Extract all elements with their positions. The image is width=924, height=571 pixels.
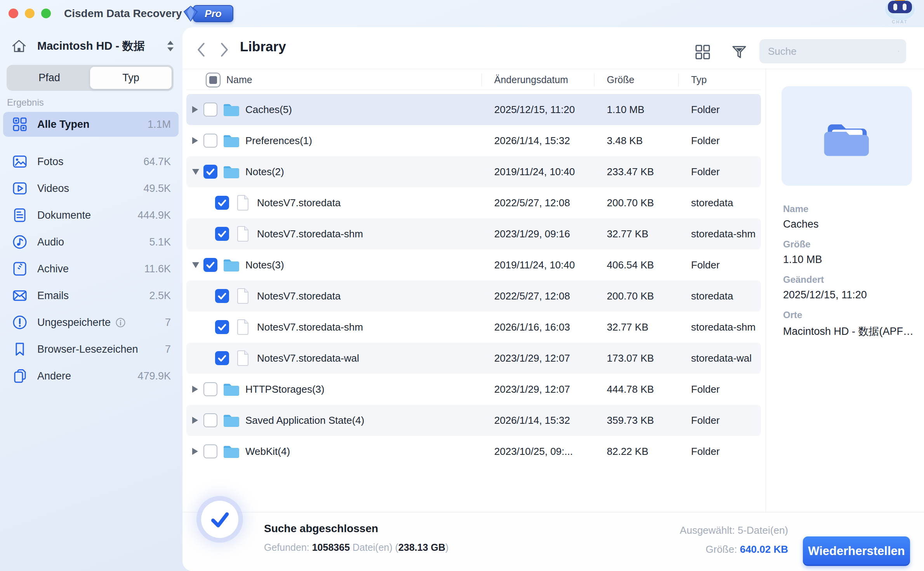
table-row[interactable]: Caches(5)2025/12/15, 11:201.10 MBFolder xyxy=(186,94,761,125)
table-row[interactable]: NotesV7.storedata-shm2023/1/29, 09:1632.… xyxy=(186,218,761,249)
file-name: Saved Application State(4) xyxy=(245,414,364,427)
row-checkbox[interactable] xyxy=(203,444,217,458)
row-checkbox[interactable] xyxy=(203,165,217,179)
row-checkbox[interactable] xyxy=(203,258,217,272)
table-row[interactable]: WebKit(4)2023/10/25, 09:...82.22 KBFolde… xyxy=(186,436,761,467)
file-date: 2023/10/25, 09:... xyxy=(481,446,594,458)
search-icon[interactable] xyxy=(898,44,899,58)
back-button[interactable] xyxy=(193,41,209,58)
row-checkbox[interactable] xyxy=(203,413,217,427)
disclosure-collapsed-icon[interactable] xyxy=(192,106,198,113)
sidebar-item-count: 7 xyxy=(165,343,171,355)
info-icon[interactable] xyxy=(115,317,126,328)
file-date: 2019/11/24, 10:40 xyxy=(481,259,594,271)
grid-view-icon[interactable] xyxy=(694,44,711,61)
tab-typ[interactable]: Typ xyxy=(90,67,172,89)
sidebar-item-label: Andere xyxy=(37,370,71,382)
file-size: 359.73 KB xyxy=(594,414,678,427)
detail-field-ge-ndert: Geändert2025/12/15, 11:20 xyxy=(783,274,916,301)
detail-label: Name xyxy=(783,204,916,214)
detail-field-gr-e: Größe1.10 MB xyxy=(783,239,916,266)
file-size: 233.47 KB xyxy=(594,166,678,178)
column-header-date[interactable]: Änderungsdatum xyxy=(481,70,594,90)
file-name: NotesV7.storedata-wal xyxy=(257,352,359,364)
file-name: Notes(3) xyxy=(245,259,284,271)
column-header-name[interactable]: Name xyxy=(226,74,252,85)
title-bar: Cisdem Data Recovery Pro CHAT xyxy=(0,0,924,27)
row-checkbox[interactable] xyxy=(215,289,229,303)
filter-icon[interactable] xyxy=(731,44,748,61)
zoom-window-button[interactable] xyxy=(41,9,51,18)
audio-icon xyxy=(12,234,28,250)
file-icon xyxy=(234,194,252,211)
disclosure-collapsed-icon[interactable] xyxy=(192,448,198,455)
sidebar-item-achive[interactable]: Achive11.6K xyxy=(3,256,179,281)
gem-icon xyxy=(182,5,199,22)
row-checkbox[interactable] xyxy=(203,382,217,396)
disclosure-collapsed-icon[interactable] xyxy=(192,137,198,144)
recover-button[interactable]: Wiederherstellen xyxy=(803,536,910,566)
table-row[interactable]: NotesV7.storedata2022/5/27, 12:08200.70 … xyxy=(186,280,761,312)
file-size: 3.48 KB xyxy=(594,135,678,147)
sidebar-item-count: 1.1M xyxy=(148,118,171,131)
disclosure-expanded-icon[interactable] xyxy=(192,169,199,175)
row-checkbox[interactable] xyxy=(215,351,229,365)
table-row[interactable]: NotesV7.storedata2022/5/27, 12:08200.70 … xyxy=(186,187,761,218)
sidebar-item-videos[interactable]: Videos49.5K xyxy=(3,176,179,201)
row-checkbox[interactable] xyxy=(203,134,217,148)
file-name: Caches(5) xyxy=(245,104,292,116)
volume-selector[interactable]: Macintosh HD - 数据 xyxy=(11,37,175,56)
sidebar-item-andere[interactable]: Andere479.9K xyxy=(3,364,179,388)
table-row[interactable]: Notes(3)2019/11/24, 10:40406.54 KBFolder xyxy=(186,249,761,280)
close-window-button[interactable] xyxy=(9,9,18,18)
sidebar-item-fotos[interactable]: Fotos64.7K xyxy=(3,149,179,174)
sidebar-item-audio[interactable]: Audio5.1K xyxy=(3,230,179,254)
disclosure-expanded-icon[interactable] xyxy=(192,262,199,268)
sidebar-item-browser-lesezeichen[interactable]: Browser-Lesezeichen7 xyxy=(3,337,179,362)
folder-icon xyxy=(222,412,240,429)
sidebar-item-emails[interactable]: Emails2.5K xyxy=(3,283,179,308)
file-icon xyxy=(234,319,252,336)
row-checkbox[interactable] xyxy=(215,227,229,241)
table-row[interactable]: HTTPStorages(3)2023/1/29, 12:07444.78 KB… xyxy=(186,374,761,405)
sidebar-item-count: 11.6K xyxy=(144,263,171,275)
pages-icon xyxy=(12,368,28,384)
forward-button[interactable] xyxy=(217,41,232,58)
select-all-checkbox[interactable] xyxy=(206,73,221,87)
sidebar-item-label: Browser-Lesezeichen xyxy=(37,343,138,355)
file-date: 2026/1/16, 16:03 xyxy=(481,321,594,333)
file-size: 444.78 KB xyxy=(594,383,678,395)
photo-icon xyxy=(12,153,28,170)
column-header-size[interactable]: Größe xyxy=(594,70,678,90)
sidebar-item-count: 479.9K xyxy=(137,370,171,382)
disclosure-collapsed-icon[interactable] xyxy=(192,417,198,424)
sidebar: Macintosh HD - 数据 Pfad Typ Ergebnis Alle… xyxy=(0,27,182,571)
table-row[interactable]: NotesV7.storedata-shm2026/1/16, 16:0332.… xyxy=(186,312,761,343)
table-row[interactable]: Saved Application State(4)2026/1/14, 15:… xyxy=(186,405,761,436)
archive-icon xyxy=(12,261,28,277)
sidebar-item-alle-typen[interactable]: Alle Typen1.1M xyxy=(3,112,179,137)
sort-arrows-icon[interactable] xyxy=(166,40,175,53)
disclosure-collapsed-icon[interactable] xyxy=(192,386,198,393)
search-input[interactable] xyxy=(768,45,898,57)
table-header: Name Änderungsdatum Größe Typ xyxy=(186,70,761,90)
search-complete-check-icon xyxy=(201,501,238,538)
row-checkbox[interactable] xyxy=(215,196,229,210)
table-row[interactable]: NotesV7.storedata-wal2023/1/29, 12:07173… xyxy=(186,343,761,374)
row-checkbox[interactable] xyxy=(203,103,217,117)
main-panel: Library Name Änderungsdatum Größe Typ xyxy=(182,27,924,571)
detail-value: Caches xyxy=(783,218,916,230)
row-checkbox[interactable] xyxy=(215,320,229,334)
tab-pfad[interactable]: Pfad xyxy=(9,67,90,89)
table-row[interactable]: Preferences(1)2026/1/14, 15:323.48 KBFol… xyxy=(186,125,761,156)
status-found: Gefunden: 1058365 Datei(en) (238.13 GB) xyxy=(264,542,448,553)
sidebar-item-ungespeicherte[interactable]: Ungespeicherte7 xyxy=(3,310,179,335)
sidebar-item-dokumente[interactable]: Dokumente444.9K xyxy=(3,203,179,228)
minimize-window-button[interactable] xyxy=(25,9,35,18)
table-row[interactable]: Notes(2)2019/11/24, 10:40233.47 KBFolder xyxy=(186,156,761,187)
support-chat-mascot-icon[interactable]: CHAT xyxy=(881,0,919,26)
column-header-type[interactable]: Typ xyxy=(678,70,761,90)
file-type: Folder xyxy=(678,446,761,458)
file-size: 1.10 MB xyxy=(594,104,678,116)
file-date: 2026/1/14, 15:32 xyxy=(481,414,594,427)
